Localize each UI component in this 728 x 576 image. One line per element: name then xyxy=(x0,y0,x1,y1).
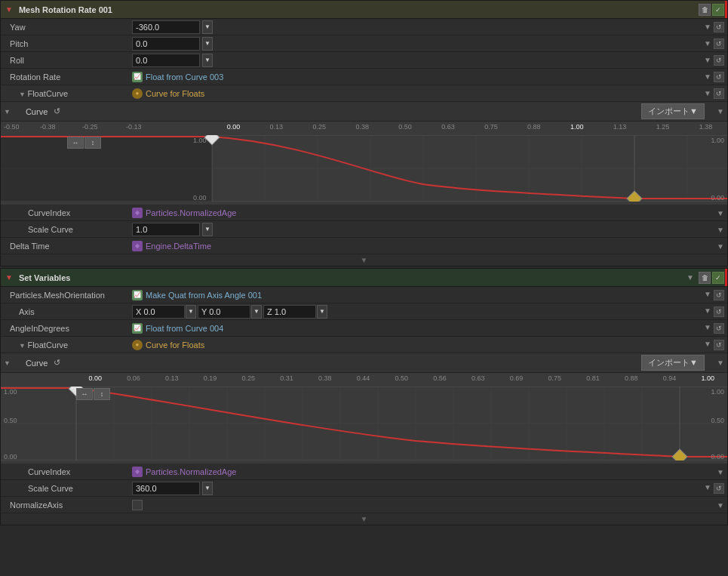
angle-expand[interactable]: ▼ xyxy=(704,323,711,334)
axis-x-arrow[interactable]: ▼ xyxy=(186,305,196,319)
axis-expand[interactable]: ▼ xyxy=(704,306,711,317)
panel1-check-btn[interactable]: ✓ xyxy=(712,4,724,16)
pitch-row: Pitch ▼ ▼ ↺ xyxy=(1,35,727,52)
mesh-orient-reset[interactable]: ↺ xyxy=(714,290,724,300)
curve2-right-expand[interactable]: ▼ xyxy=(717,359,724,367)
curve1-right-expand[interactable]: ▼ xyxy=(717,107,724,116)
float-curve2-reset[interactable]: ↺ xyxy=(714,340,724,350)
roll-label: Roll xyxy=(4,56,132,65)
axis-y-input[interactable] xyxy=(198,305,250,319)
scale-curve-arrow[interactable]: ▼ xyxy=(202,223,213,236)
panel2-title: Set Variables xyxy=(19,273,71,282)
panel2-extra-arrow[interactable]: ▼ xyxy=(687,273,694,282)
axis-z-input[interactable] xyxy=(263,305,316,319)
panel2-scroll-arrow[interactable]: ▼ xyxy=(1,513,727,525)
scale-curve2-expand[interactable]: ▼ xyxy=(704,483,711,494)
yaw-input[interactable] xyxy=(132,20,200,34)
axis-z-arrow[interactable]: ▼ xyxy=(317,305,327,319)
curve2-y-top: 1.00 xyxy=(711,388,724,396)
curve-index-row: CurveIndex ◆ Particles.NormalizedAge ▼ xyxy=(1,205,727,221)
axis-values: ▼ ▼ ▼ xyxy=(132,305,724,319)
panel2-trash-btn[interactable]: 🗑 xyxy=(699,272,711,284)
curve1-ctrl-move[interactable]: ↕ xyxy=(84,137,101,149)
mesh-orient-label: Particles.MeshOrientation xyxy=(4,291,132,300)
curve1-header-row: ▼ Curve ↺ インポート▼ ▼ xyxy=(1,102,727,122)
axis2-0.06: 0.06 xyxy=(127,374,140,385)
angle-reset[interactable]: ↺ xyxy=(714,323,724,334)
curve1-controls: ↔ ↕ xyxy=(67,137,101,149)
curve2-y-left-top: 1.00 xyxy=(4,388,17,396)
curve1-canvas: -0.50 -0.38 -0.25 -0.13 0.00 0.13 0.25 0… xyxy=(1,122,727,205)
float-curve2-collapse[interactable]: ▼ xyxy=(19,342,27,350)
axis2-0.19: 0.19 xyxy=(204,374,217,385)
curve1-import-btn[interactable]: インポート▼ xyxy=(641,103,705,119)
yaw-reset[interactable]: ↺ xyxy=(714,22,724,32)
scale-curve-expand[interactable]: ▼ xyxy=(717,226,724,234)
curve-index-link[interactable]: ◆ Particles.NormalizedAge xyxy=(132,208,236,218)
svg-rect-13 xyxy=(1,135,212,202)
axis2-0.56: 0.56 xyxy=(433,374,447,385)
curve-index-expand[interactable]: ▼ xyxy=(717,209,724,217)
scale-curve2-arrow[interactable]: ▼ xyxy=(202,482,213,495)
pitch-reset[interactable]: ↺ xyxy=(714,39,724,49)
axis2-0.81: 0.81 xyxy=(586,374,600,385)
pitch-label: Pitch xyxy=(4,39,132,48)
mesh-orient-link[interactable]: 📈 Make Quat from Axis Angle 001 xyxy=(132,290,262,300)
curve2-import-btn[interactable]: インポート▼ xyxy=(641,355,705,371)
curve-index2-link[interactable]: ◆ Particles.NormalizedAge xyxy=(132,467,236,477)
curve2-icon: ↺ xyxy=(54,358,60,368)
float-curve-link[interactable]: ● Curve for Floats xyxy=(132,88,204,99)
roll-input[interactable] xyxy=(132,54,200,67)
panel1-trash-btn[interactable]: 🗑 xyxy=(699,4,711,16)
normalize-axis-expand[interactable]: ▼ xyxy=(717,501,724,510)
curve1-svg xyxy=(1,135,727,202)
angle-link[interactable]: 📈 Float from Curve 004 xyxy=(132,323,223,334)
float-curve-collapse[interactable]: ▼ xyxy=(19,91,27,98)
pitch-expand[interactable]: ▼ xyxy=(704,39,711,48)
axis-y-arrow[interactable]: ▼ xyxy=(251,305,262,319)
rotation-rate-expand[interactable]: ▼ xyxy=(704,72,711,81)
panel1-collapse-icon[interactable]: ▼ xyxy=(5,5,13,14)
panel2-check-btn[interactable]: ✓ xyxy=(712,272,724,284)
pitch-arrow[interactable]: ▼ xyxy=(202,37,213,51)
float-curve2-link[interactable]: ● Curve for Floats xyxy=(132,340,204,350)
float-curve2-row: ▼ FloatCurve ● Curve for Floats ▼ ↺ xyxy=(1,337,727,353)
float-curve-reset[interactable]: ↺ xyxy=(714,88,724,99)
delta-time-link[interactable]: ◆ Engine.DeltaTime xyxy=(132,241,211,251)
roll-arrow[interactable]: ▼ xyxy=(202,54,213,67)
float-curve2-expand[interactable]: ▼ xyxy=(704,340,711,350)
scale-curve2-input[interactable] xyxy=(132,482,200,495)
curve-index2-expand[interactable]: ▼ xyxy=(717,468,724,476)
float-curve-label: ▼ FloatCurve xyxy=(4,89,132,98)
axis-reset[interactable]: ↺ xyxy=(714,306,724,317)
svg-rect-17 xyxy=(627,191,642,202)
float-curve-expand[interactable]: ▼ xyxy=(704,89,711,97)
curve-for-floats2-icon: ● xyxy=(132,340,143,350)
curve2-ctrl-expand[interactable]: ↔ xyxy=(76,388,93,400)
curve2-collapse-icon[interactable]: ▼ xyxy=(4,359,11,367)
pitch-input[interactable] xyxy=(132,37,200,51)
mesh-orient-expand[interactable]: ▼ xyxy=(704,290,711,300)
scale-curve-input[interactable] xyxy=(132,223,200,236)
curve-for-floats-icon: ● xyxy=(132,88,143,99)
roll-reset[interactable]: ↺ xyxy=(714,55,724,66)
rotation-rate-link[interactable]: 📈 Float from Curve 003 xyxy=(132,72,223,82)
curve1-y-left-bottom: 0.00 xyxy=(193,194,207,202)
scale-curve-label: Scale Curve xyxy=(4,225,132,234)
yaw-arrow[interactable]: ▼ xyxy=(202,20,213,34)
panel1-scroll-arrow[interactable]: ▼ xyxy=(1,254,727,266)
curve1-collapse-icon[interactable]: ▼ xyxy=(4,108,11,116)
curve1-ctrl-expand[interactable]: ↔ xyxy=(67,137,84,149)
delta-time-label: Delta Time xyxy=(4,242,132,251)
float-curve2-label: ▼ FloatCurve xyxy=(4,340,132,350)
axis-x-input[interactable] xyxy=(132,305,185,319)
roll-expand[interactable]: ▼ xyxy=(704,56,711,64)
delta-time-expand[interactable]: ▼ xyxy=(717,242,724,251)
curve2-ctrl-move[interactable]: ↕ xyxy=(94,388,110,400)
panel2-collapse-icon[interactable]: ▼ xyxy=(5,273,13,282)
make-quat-icon: 📈 xyxy=(132,290,143,300)
normalize-axis-checkbox[interactable] xyxy=(132,500,143,510)
rotation-rate-reset[interactable]: ↺ xyxy=(714,72,724,82)
yaw-expand[interactable]: ▼ xyxy=(704,23,711,31)
scale-curve2-reset[interactable]: ↺ xyxy=(714,483,724,494)
